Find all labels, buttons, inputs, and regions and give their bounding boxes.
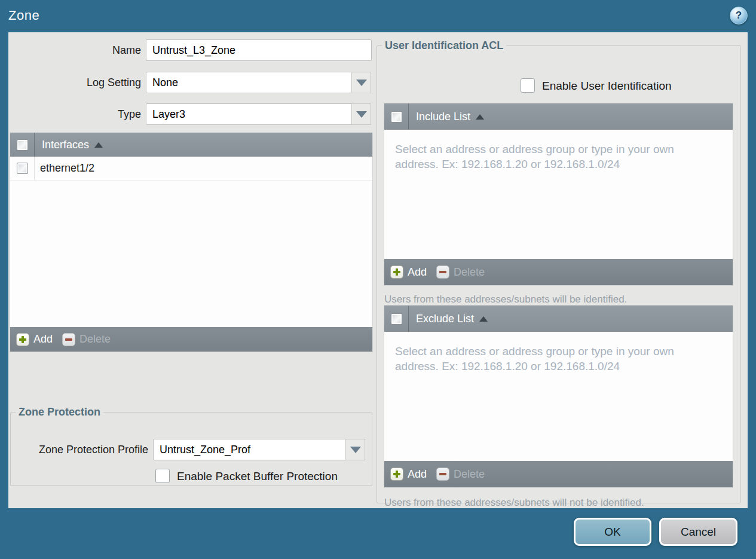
interfaces-table-body: ethernet1/2: [10, 157, 372, 327]
sort-ascending-icon: [479, 316, 488, 322]
zone-protection-profile-dropdown-button[interactable]: [345, 439, 365, 460]
log-setting-dropdown-button[interactable]: [351, 72, 371, 93]
name-label: Name: [8, 39, 141, 61]
include-list-footer: Add Delete: [384, 259, 733, 285]
exclude-list-placeholder: Select an address or address group or ty…: [384, 332, 733, 374]
exclude-list-header: Exclude List: [384, 306, 733, 332]
exclude-select-all-cell: [384, 306, 409, 332]
type-dropdown[interactable]: Layer3: [146, 103, 352, 125]
interfaces-table-footer: Add Delete: [10, 327, 372, 352]
cancel-button[interactable]: Cancel: [659, 518, 737, 546]
include-list-placeholder: Select an address or address group or ty…: [384, 130, 733, 172]
interfaces-select-all-cell: [10, 133, 35, 157]
zone-protection-profile-dropdown[interactable]: Untrust_Zone_Prof: [153, 439, 346, 460]
interfaces-select-all-checkbox[interactable]: [17, 139, 28, 151]
include-list-header: Include List: [384, 103, 733, 130]
include-list-column-header[interactable]: Include List: [409, 111, 484, 123]
interfaces-table-header: Interfaces: [10, 133, 372, 157]
include-delete-button[interactable]: Delete: [436, 265, 485, 279]
enable-user-identification-label: Enable User Identification: [542, 79, 672, 93]
help-glyph: ?: [736, 10, 742, 22]
zone-protection-profile-label: Zone Protection Profile: [11, 439, 148, 460]
include-list-body[interactable]: Select an address or address group or ty…: [384, 130, 733, 259]
exclude-select-all-checkbox[interactable]: [391, 313, 402, 325]
type-label: Type: [8, 103, 141, 125]
exclude-list-table: Exclude List Select an address or addres…: [384, 306, 733, 487]
name-input[interactable]: [146, 39, 372, 61]
sort-ascending-icon: [476, 114, 484, 120]
delete-icon: [436, 468, 449, 481]
user-identification-acl-legend: User Identification ACL: [382, 39, 506, 52]
include-add-button[interactable]: Add: [390, 265, 427, 279]
delete-icon: [436, 265, 449, 279]
dialog-content: Name Log Setting None Type Layer3 Interf…: [8, 32, 748, 508]
table-row[interactable]: ethernet1/2: [10, 157, 372, 181]
include-select-all-checkbox[interactable]: [391, 111, 402, 123]
exclude-list-column-header[interactable]: Exclude List: [409, 313, 488, 325]
dialog-title: Zone: [8, 8, 39, 23]
packet-buffer-protection-checkbox[interactable]: [155, 469, 170, 483]
chevron-down-icon: [356, 111, 367, 118]
add-interface-button[interactable]: Add: [16, 333, 53, 346]
include-select-all-cell: [384, 103, 409, 130]
exclude-list-body[interactable]: Select an address or address group or ty…: [384, 332, 733, 461]
add-icon: [390, 468, 403, 481]
type-dropdown-button[interactable]: [351, 103, 371, 125]
zone-protection-fieldset: Zone Protection Zone Protection Profile …: [10, 406, 372, 486]
interface-name: ethernet1/2: [35, 162, 94, 175]
include-list-table: Include List Select an address or addres…: [384, 103, 733, 285]
zone-protection-legend: Zone Protection: [16, 406, 103, 419]
log-setting-dropdown[interactable]: None: [146, 72, 352, 93]
log-setting-label: Log Setting: [8, 72, 141, 93]
delete-interface-button[interactable]: Delete: [62, 333, 111, 346]
user-identification-acl-fieldset: User Identification ACL Enable User Iden…: [377, 39, 741, 503]
packet-buffer-protection-label: Enable Packet Buffer Protection: [177, 469, 338, 484]
exclude-list-footer: Add Delete: [384, 461, 733, 487]
interfaces-table: Interfaces ethernet1/2 Add: [10, 133, 372, 352]
add-icon: [390, 265, 403, 279]
delete-icon: [62, 333, 75, 346]
exclude-add-button[interactable]: Add: [390, 468, 427, 481]
help-icon[interactable]: ?: [730, 7, 748, 25]
row-checkbox[interactable]: [17, 163, 28, 174]
exclude-list-caption: Users from these addresses/subnets will …: [384, 497, 644, 509]
zone-dialog: Zone ? Name Log Setting None Type Layer3: [0, 0, 756, 559]
ok-button[interactable]: OK: [574, 518, 651, 546]
exclude-delete-button[interactable]: Delete: [436, 468, 485, 481]
enable-user-identification-checkbox[interactable]: [521, 78, 535, 93]
interfaces-column-header[interactable]: Interfaces: [35, 139, 103, 151]
sort-ascending-icon: [94, 142, 103, 148]
include-list-caption: Users from these addresses/subnets will …: [384, 294, 627, 306]
row-checkbox-cell: [10, 157, 35, 180]
chevron-down-icon: [356, 80, 367, 86]
add-icon: [16, 333, 29, 346]
chevron-down-icon: [350, 447, 361, 453]
